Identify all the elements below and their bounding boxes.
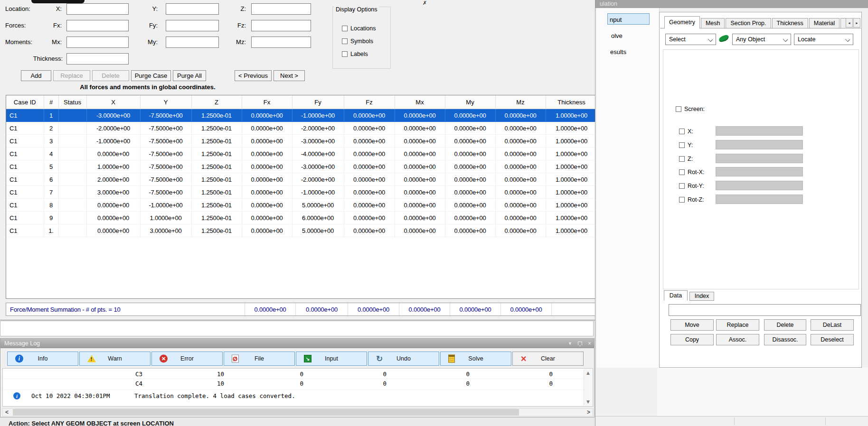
column-header[interactable]: Fx — [242, 95, 292, 109]
column-header[interactable]: Mx — [395, 95, 445, 109]
scroll-right-icon[interactable]: > — [585, 408, 593, 416]
table-row[interactable]: C11-3.0000e+00-7.5000e+001.2500e-010.000… — [6, 109, 597, 122]
deselect-button[interactable]: Deselect — [811, 334, 854, 345]
previous-button[interactable]: < Previous — [235, 70, 272, 81]
pin-icon[interactable] — [578, 342, 582, 345]
move-button[interactable]: Move — [670, 319, 714, 331]
scroll-left-icon[interactable]: < — [3, 408, 11, 416]
mz-input[interactable] — [251, 37, 311, 48]
input-filter-button[interactable]: Input — [296, 352, 367, 366]
fy-input[interactable] — [166, 20, 219, 31]
assoc-button[interactable]: Assoc. — [716, 334, 759, 345]
scroll-down-icon[interactable]: ▼ — [584, 398, 592, 406]
dof-row-z[interactable]: Z: — [679, 154, 693, 164]
close-icon[interactable]: × — [588, 341, 591, 346]
select-dropdown[interactable]: Select — [665, 34, 716, 45]
replace-selection-button[interactable]: Replace — [716, 319, 759, 331]
labels-checkbox[interactable] — [342, 51, 348, 57]
tab-section-prop[interactable]: Section Prop. — [726, 18, 771, 28]
roty-checkbox[interactable] — [679, 183, 685, 189]
my-input[interactable] — [166, 37, 219, 48]
x-checkbox[interactable] — [679, 129, 685, 134]
delete-selection-button[interactable]: Delete — [764, 319, 806, 331]
disassoc-button[interactable]: Disassoc. — [764, 334, 806, 345]
tab-mesh[interactable]: Mesh — [701, 18, 725, 28]
delast-button[interactable]: DeLast — [811, 319, 854, 331]
column-header[interactable]: Fz — [344, 95, 395, 109]
table-row[interactable]: C173.0000e+00-7.5000e+001.2500e-010.0000… — [6, 186, 597, 199]
tab-thickness[interactable]: Thickness — [772, 18, 808, 28]
next-button[interactable]: Next > — [274, 70, 305, 81]
clear-button[interactable]: Clear — [512, 352, 584, 366]
table-row[interactable]: C13-1.0000e+00-7.5000e+001.2500e-010.000… — [6, 135, 597, 148]
log-horizontal-scrollbar[interactable]: < > — [2, 408, 593, 417]
tab-material[interactable]: Material — [809, 18, 840, 28]
tab-data[interactable]: Data — [664, 290, 688, 301]
warn-filter-button[interactable]: Warn — [79, 352, 151, 366]
table-row[interactable]: C151.0000e+00-7.5000e+001.2500e-010.0000… — [6, 160, 597, 173]
add-button[interactable]: Add — [21, 70, 51, 81]
log-vertical-scrollbar[interactable]: ▲ ▼ — [584, 369, 592, 406]
table-row[interactable]: C11.0.0000e+003.0000e+001.2500e-010.0000… — [6, 224, 597, 237]
tab-geometry[interactable]: Geometry — [664, 16, 700, 28]
error-filter-button[interactable]: Error — [151, 352, 223, 366]
dof-row-x[interactable]: X: — [679, 127, 693, 136]
table-row[interactable]: C162.0000e+00-7.5000e+001.2500e-010.0000… — [6, 173, 597, 186]
dof-row-rotx[interactable]: Rot-X: — [679, 167, 704, 177]
z-checkbox[interactable] — [679, 156, 685, 162]
location-x-input[interactable] — [66, 3, 129, 15]
object-type-dropdown[interactable]: Any Object — [732, 34, 791, 45]
selection-entry-input[interactable] — [669, 304, 861, 316]
column-header[interactable]: Status — [58, 95, 86, 109]
column-header[interactable]: My — [445, 95, 495, 109]
labels-option[interactable]: Labels — [342, 51, 368, 57]
scroll-up-icon[interactable]: ▲ — [584, 369, 592, 377]
column-header[interactable]: Mz — [495, 95, 546, 109]
purge-case-button[interactable]: Purge Case — [131, 70, 171, 81]
green-swoosh-icon[interactable] — [718, 35, 729, 43]
file-filter-button[interactable]: File — [224, 352, 295, 366]
table-row[interactable]: C12-2.0000e+00-7.5000e+001.2500e-010.000… — [6, 122, 597, 135]
info-filter-button[interactable]: i Info — [7, 352, 78, 366]
location-z-input[interactable] — [251, 3, 311, 15]
locations-option[interactable]: Locations — [342, 25, 376, 32]
locate-dropdown[interactable]: Locate — [794, 34, 853, 45]
column-header[interactable]: Y — [140, 95, 191, 109]
nav-item-solve[interactable]: olve — [609, 32, 624, 40]
copy-button[interactable]: Copy — [670, 334, 714, 345]
screen-row[interactable]: Screen: — [676, 104, 705, 114]
scrollbar-thumb[interactable] — [13, 409, 519, 416]
dof-row-y[interactable]: Y: — [679, 140, 693, 150]
tab-scroll-left-icon[interactable]: ◄ — [846, 18, 853, 28]
undo-button[interactable]: Undo — [368, 352, 439, 366]
screen-checkbox[interactable] — [676, 106, 681, 112]
column-header[interactable]: X — [86, 95, 140, 109]
column-header[interactable]: Fy — [292, 95, 344, 109]
tab-index[interactable]: Index — [689, 292, 714, 301]
table-row[interactable]: C190.0000e+001.0000e+001.2500e-010.0000e… — [6, 212, 597, 224]
symbols-option[interactable]: Symbols — [342, 38, 373, 45]
column-header[interactable]: # — [44, 95, 58, 109]
rotx-checkbox[interactable] — [679, 169, 685, 175]
table-row[interactable]: C140.0000e+00-7.5000e+001.2500e-010.0000… — [6, 148, 597, 160]
nav-item-results[interactable]: esults — [608, 48, 628, 56]
y-checkbox[interactable] — [679, 142, 685, 148]
column-header[interactable]: Thickness — [546, 95, 597, 109]
rotz-checkbox[interactable] — [679, 197, 685, 203]
location-y-input[interactable] — [166, 3, 219, 15]
locations-checkbox[interactable] — [342, 26, 348, 31]
column-header[interactable]: Z — [191, 95, 242, 109]
purge-all-button[interactable]: Purge All — [173, 70, 206, 81]
mx-input[interactable] — [66, 37, 129, 48]
message-log-list[interactable]: C3 10 0 0 0 0 C4 10 0 0 0 0 i Oct 10 202… — [2, 368, 593, 407]
symbols-checkbox[interactable] — [342, 38, 348, 44]
dof-row-roty[interactable]: Rot-Y: — [679, 181, 704, 191]
fx-input[interactable] — [66, 20, 129, 31]
message-log-titlebar[interactable]: Message Log — [0, 339, 594, 348]
nav-item-input[interactable]: nput — [607, 13, 650, 25]
fz-input[interactable] — [251, 20, 311, 31]
tab-scroll-right-icon[interactable]: ► — [853, 18, 860, 28]
collapse-icon[interactable]: ▼ — [568, 342, 572, 346]
column-header[interactable]: Case ID — [6, 95, 44, 109]
table-row[interactable]: C180.0000e+00-1.0000e+001.2500e-010.0000… — [6, 199, 597, 212]
